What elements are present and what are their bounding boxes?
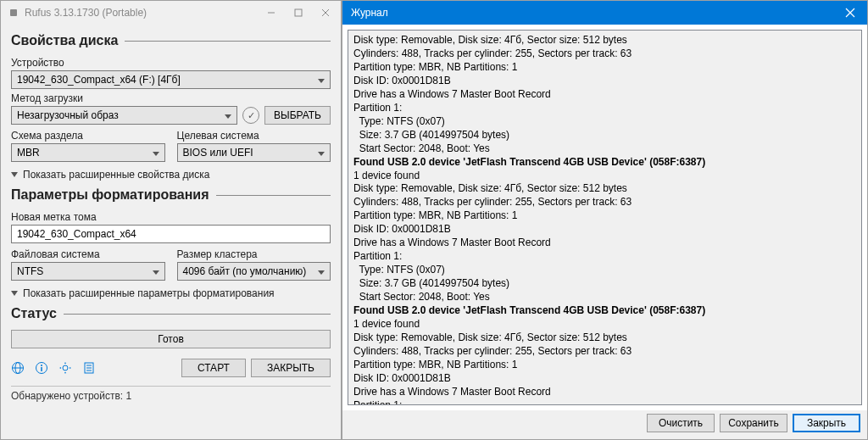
cluster-size-dropdown[interactable]: 4096 байт (по умолчанию) [177, 262, 331, 281]
devices-status: Обнаружено устройств: 1 [11, 386, 331, 402]
globe-icon[interactable] [11, 361, 25, 375]
info-icon[interactable] [35, 361, 48, 375]
log-body[interactable]: Disk type: Removable, Disk size: 4Гб, Se… [348, 30, 862, 405]
log-save-button[interactable]: Сохранить [720, 414, 787, 432]
log-line: Partition type: MBR, NB Partitions: 1 [353, 209, 856, 223]
settings-icon[interactable] [58, 361, 72, 375]
log-line: Drive has a Windows 7 Master Boot Record [353, 88, 856, 102]
log-line: Disk type: Removable, Disk size: 4Гб, Se… [353, 182, 856, 196]
label-cluster-size: Размер кластера [177, 248, 331, 260]
label-partition-scheme: Схема раздела [11, 130, 165, 142]
label-target-system: Целевая система [177, 130, 331, 142]
minimize-button[interactable] [258, 3, 285, 23]
log-clear-button[interactable]: Очистить [647, 414, 715, 432]
close-button[interactable] [312, 3, 339, 23]
log-line: Size: 3.7 GB (4014997504 bytes) [353, 277, 856, 291]
log-titlebar[interactable]: Журнал [342, 1, 867, 25]
log-line: Type: NTFS (0x07) [353, 115, 856, 129]
log-button-bar: Очистить Сохранить Закрыть [342, 410, 867, 439]
expander-drive-props[interactable]: Показать расширенные свойства диска [11, 169, 331, 181]
log-line: Disk ID: 0x0001D81B [353, 223, 856, 237]
log-line: Disk type: Removable, Disk size: 4Гб, Se… [353, 331, 856, 345]
log-line: Partition 1: [353, 399, 856, 405]
log-icon[interactable] [82, 361, 96, 375]
log-line: Drive has a Windows 7 Master Boot Record [353, 237, 856, 250]
svg-rect-0 [10, 9, 17, 16]
file-system-dropdown[interactable]: NTFS [11, 262, 165, 281]
log-line: Cylinders: 488, Tracks per cylinder: 255… [353, 47, 856, 61]
label-volume-label: Новая метка тома [11, 211, 331, 223]
log-line: Disk ID: 0x0001D81B [353, 75, 856, 88]
expander-format-params[interactable]: Показать расширенные параметры форматиро… [11, 287, 331, 299]
status-bar: Готов [11, 330, 331, 348]
file-system-value: NTFS [17, 265, 43, 277]
label-boot-selection: Метод загрузки [11, 92, 331, 104]
log-window: Журнал Disk type: Removable, Disk size: … [342, 0, 868, 440]
app-icon [8, 7, 19, 19]
boot-selection-dropdown[interactable]: Незагрузочный образ [11, 106, 237, 125]
log-line: Drive has a Windows 7 Master Boot Record [353, 386, 856, 399]
main-titlebar[interactable]: Rufus 3.13.1730 (Portable) [1, 1, 341, 25]
log-close-button[interactable]: Закрыть [793, 414, 860, 432]
divider [125, 41, 331, 42]
svg-point-9 [41, 365, 42, 366]
expander-format-label: Показать расширенные параметры форматиро… [23, 287, 275, 299]
divider [64, 314, 331, 315]
log-line: 1 device found [353, 318, 856, 331]
check-icon[interactable]: ✓ [242, 107, 259, 124]
section-status: Статус [11, 306, 57, 321]
log-line: Partition 1: [353, 250, 856, 264]
log-line: Cylinders: 488, Tracks per cylinder: 255… [353, 345, 856, 359]
target-system-dropdown[interactable]: BIOS или UEFI [177, 143, 331, 162]
log-line: Partition 1: [353, 102, 856, 115]
partition-scheme-value: MBR [17, 147, 40, 159]
target-system-value: BIOS или UEFI [183, 147, 253, 159]
main-window: Rufus 3.13.1730 (Portable) Свойства диск… [0, 0, 342, 440]
close-app-button[interactable]: ЗАКРЫТЬ [251, 359, 331, 377]
log-line: Cylinders: 488, Tracks per cylinder: 255… [353, 196, 856, 209]
volume-label-input[interactable] [11, 225, 331, 243]
boot-selection-value: Незагрузочный образ [17, 109, 119, 121]
expander-drive-label: Показать расширенные свойства диска [23, 169, 210, 181]
svg-rect-2 [295, 9, 302, 16]
start-button[interactable]: СТАРТ [181, 359, 246, 377]
log-line: Partition type: MBR, NB Partitions: 1 [353, 359, 856, 372]
select-button[interactable]: ВЫБРАТЬ [264, 106, 331, 125]
device-value: 19042_630_Compact_x64 (F:) [4Гб] [17, 74, 181, 86]
divider [216, 195, 331, 196]
svg-point-11 [63, 365, 68, 370]
log-line: Disk ID: 0x0001D81B [353, 372, 856, 386]
maximize-button[interactable] [285, 3, 312, 23]
log-line: Start Sector: 2048, Boot: Yes [353, 291, 856, 304]
app-title: Rufus 3.13.1730 (Portable) [25, 7, 258, 19]
log-line: Disk type: Removable, Disk size: 4Гб, Se… [353, 34, 856, 47]
log-title: Журнал [351, 7, 833, 19]
device-dropdown[interactable]: 19042_630_Compact_x64 (F:) [4Гб] [11, 70, 331, 89]
label-device: Устройство [11, 57, 331, 69]
status-text: Готов [158, 333, 184, 345]
log-line: Found USB 2.0 device 'JetFlash Transcend… [353, 156, 856, 170]
log-line: Partition type: MBR, NB Partitions: 1 [353, 61, 856, 75]
section-format-params: Параметры форматирования [11, 187, 209, 203]
cluster-size-value: 4096 байт (по умолчанию) [183, 265, 307, 277]
log-line: Size: 3.7 GB (4014997504 bytes) [353, 129, 856, 142]
log-close-titlebar-button[interactable] [833, 1, 867, 25]
section-drive-properties: Свойства диска [11, 33, 118, 48]
log-line: 1 device found [353, 170, 856, 183]
label-file-system: Файловая система [11, 248, 165, 260]
log-line: Found USB 2.0 device 'JetFlash Transcend… [353, 304, 856, 318]
log-line: Type: NTFS (0x07) [353, 264, 856, 277]
partition-scheme-dropdown[interactable]: MBR [11, 143, 165, 162]
log-line: Start Sector: 2048, Boot: Yes [353, 142, 856, 156]
